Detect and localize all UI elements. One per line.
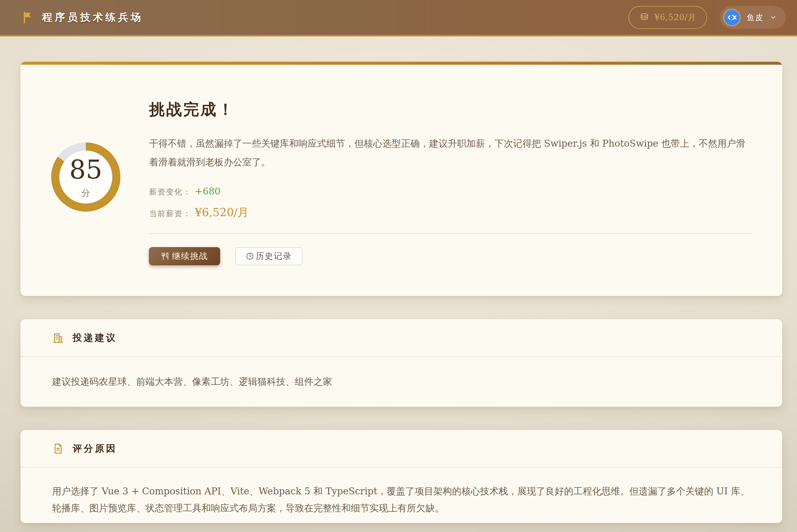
chevron-down-icon: [770, 14, 777, 21]
file-text-icon: [52, 442, 64, 455]
coins-icon: [639, 12, 649, 23]
continue-challenge-button[interactable]: 继续挑战: [149, 247, 220, 265]
reason-card-title: 评分原因: [73, 442, 117, 455]
score-value: 85: [69, 156, 102, 183]
user-menu[interactable]: 鱼皮: [720, 6, 786, 29]
salary-change-row: 薪资变化： +680: [149, 186, 752, 197]
salary-change-value: +680: [195, 186, 221, 196]
result-card-accent-bar: [20, 62, 782, 65]
suggestion-card: 投递建议 建议投递码农星球、前端大本营、像素工坊、逻辑猫科技、组件之家: [20, 319, 782, 407]
username: 鱼皮: [747, 12, 763, 23]
reason-card-body: 用户选择了 Vue 3 + Composition API、Vite、Webpa…: [20, 468, 782, 523]
result-card: 85 分 挑战完成！ 干得不错，虽然漏掉了一些关键库和响应式细节，但核心选型正确…: [20, 62, 782, 296]
brand: 程序员技术练兵场: [22, 11, 143, 24]
result-message: 干得不错，虽然漏掉了一些关键库和响应式细节，但核心选型正确，建议升职加薪，下次记…: [149, 134, 752, 171]
result-actions: 继续挑战 历史记录: [149, 247, 752, 265]
header-right: ¥6,520/月 鱼皮: [628, 6, 786, 29]
utensils-icon: [161, 252, 169, 260]
suggestion-card-header: 投递建议: [20, 319, 782, 357]
current-salary-row: 当前薪资： ¥6,520/月: [149, 205, 752, 220]
history-button[interactable]: 历史记录: [235, 247, 303, 265]
avatar: [723, 9, 741, 26]
score-donut: 85 分: [51, 142, 120, 212]
salary-change-label: 薪资变化：: [149, 187, 195, 197]
result-title: 挑战完成！: [149, 99, 752, 120]
reason-card: 评分原因 用户选择了 Vue 3 + Composition API、Vite、…: [20, 430, 782, 523]
current-salary-label: 当前薪资：: [149, 208, 195, 219]
suggestion-card-body: 建议投递码农星球、前端大本营、像素工坊、逻辑猫科技、组件之家: [20, 357, 782, 407]
suggestion-card-title: 投递建议: [73, 331, 117, 344]
result-divider: [149, 233, 752, 234]
score-donut-center: 85 分: [59, 151, 112, 204]
salary-badge-value: ¥6,520/月: [654, 12, 696, 23]
building-icon: [52, 332, 64, 344]
reason-card-header: 评分原因: [20, 430, 782, 468]
current-salary-value: ¥6,520/月: [195, 205, 249, 220]
score-unit: 分: [81, 187, 90, 199]
continue-challenge-label: 继续挑战: [172, 250, 208, 262]
clock-icon: [246, 252, 254, 260]
app-header: 程序员技术练兵场 ¥6,520/月 鱼皮: [0, 0, 797, 36]
main-content: 85 分 挑战完成！ 干得不错，虽然漏掉了一些关键库和响应式细节，但核心选型正确…: [0, 36, 797, 523]
score-gauge: 85 分: [51, 142, 120, 265]
flag-icon: [22, 11, 35, 24]
code-fish-icon: [726, 12, 737, 23]
app-title: 程序员技术练兵场: [42, 11, 143, 24]
salary-badge: ¥6,520/月: [628, 6, 707, 29]
history-label: 历史记录: [255, 250, 292, 262]
